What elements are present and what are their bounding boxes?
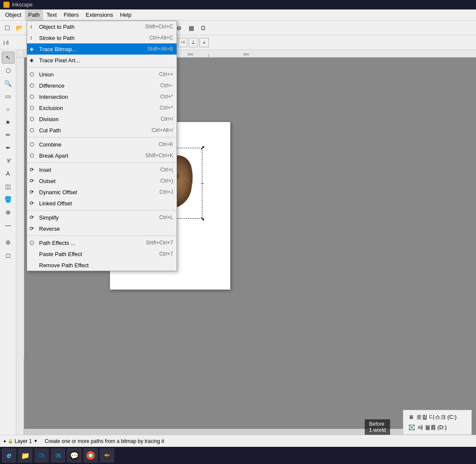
- sep-3: [27, 162, 177, 163]
- rect-tool[interactable]: ▭: [2, 90, 15, 102]
- menu-break-apart[interactable]: ⬡ Break Apart Shift+Ctrl+K: [27, 150, 177, 161]
- intersection-icon: ⬡: [30, 94, 34, 100]
- eraser-tool[interactable]: ◻: [2, 249, 15, 261]
- menu-object[interactable]: Object: [2, 9, 25, 20]
- exclusion-icon: ⬡: [30, 105, 34, 111]
- eyedropper-tool[interactable]: ⊕: [2, 206, 15, 218]
- center-btn[interactable]: +: [199, 38, 209, 47]
- menu-remove-path-effect[interactable]: Remove Path Effect: [27, 259, 177, 271]
- difference-icon: ⬡: [30, 82, 34, 89]
- sep-4: [27, 210, 177, 211]
- inkscape-icon: ✒: [102, 451, 112, 460]
- menu-path-effects[interactable]: ⬡ Path Effects ... Shift+Ctrl+7: [27, 237, 177, 248]
- union-icon: ⬡: [30, 71, 34, 77]
- menu-combine[interactable]: ⬡ Combine Ctrl+K: [27, 139, 177, 150]
- svg-rect-26: [16, 58, 24, 358]
- status-bar: ● 🔒 Layer 1 ▼ Create one or more paths f…: [0, 435, 476, 447]
- connector-tool[interactable]: —: [2, 219, 15, 231]
- menu-reverse[interactable]: ⟳ Reverse: [27, 223, 177, 234]
- align-r-btn[interactable]: ⊣: [178, 38, 187, 47]
- before-sublabel: 1 world: [369, 427, 386, 433]
- menu-extensions[interactable]: Extensions: [82, 9, 117, 20]
- menu-division[interactable]: ⬡ Division Ctrl+/: [27, 113, 177, 125]
- lock-icon: 🔒: [8, 439, 13, 443]
- circle-tool[interactable]: ○: [2, 103, 15, 115]
- break-apart-icon: ⬡: [30, 153, 34, 159]
- ruler-v-svg: [16, 58, 24, 358]
- align-b-btn[interactable]: ⊥: [189, 38, 198, 47]
- menu-stroke-to-path[interactable]: ↕ Stroke to Path Ctrl+Alt+C: [27, 32, 177, 43]
- svg-point-35: [89, 454, 92, 457]
- taskbar-edge[interactable]: e: [2, 448, 16, 463]
- menu-outset[interactable]: ⟳ Outset Ctrl+): [27, 175, 177, 186]
- menu-dynamic-offset[interactable]: ⟳ Dynamic Offset Ctrl+J: [27, 186, 177, 198]
- calligraphy-tool[interactable]: 𝒞: [2, 155, 15, 167]
- text-tool[interactable]: A: [2, 168, 15, 180]
- taskbar-store[interactable]: 🛍: [34, 448, 49, 463]
- coords-label: | /|: [3, 40, 9, 45]
- spray-tool[interactable]: ⊛: [2, 236, 15, 248]
- star-tool[interactable]: ★: [2, 116, 15, 128]
- menu-difference[interactable]: ⬡ Difference Ctrl+-: [27, 80, 177, 91]
- menu-paste-path-effect[interactable]: Paste Path Effect Ctrl+7: [27, 248, 177, 259]
- open-btn[interactable]: 📂: [14, 22, 25, 34]
- toolbox: ↖ ⬡ 🔍 ▭ ○ ★ ✏ ✒ 𝒞 A ◫ 🪣 ⊕ — ⊛ ◻: [0, 50, 16, 435]
- path-effects-icon: ⬡: [30, 240, 34, 246]
- select-tool[interactable]: ↖: [2, 52, 15, 64]
- edge-icon: e: [4, 451, 14, 460]
- taskbar-chrome[interactable]: [83, 448, 98, 463]
- menu-bar: Object Path Text Filters Extensions Help: [0, 9, 476, 21]
- new-btn[interactable]: ☐: [2, 22, 13, 34]
- gradient-tool[interactable]: ◫: [2, 180, 15, 192]
- ruler-corner: [16, 50, 24, 58]
- fill-tool[interactable]: 🪣: [2, 193, 15, 205]
- path-dropdown-menu: ↕ Object to Path Shift+Ctrl+C ↕ Stroke t…: [27, 21, 177, 271]
- zoom-tool[interactable]: 🔍: [2, 77, 15, 89]
- menu-help[interactable]: Help: [116, 9, 135, 20]
- disk-icon-1: 🖥: [409, 414, 414, 420]
- symbols-btn[interactable]: Ω: [198, 22, 209, 34]
- disk-icon-2: 💽: [409, 424, 415, 430]
- pencil-tool[interactable]: ✏: [2, 129, 15, 141]
- taskbar: e 📁 🛍 ✉ 💬 ✒: [0, 447, 476, 464]
- menu-linked-offset[interactable]: ⟳ Linked Offset: [27, 198, 177, 209]
- taskbar-mail[interactable]: ✉: [51, 448, 65, 463]
- before-after-panel: Before 1 world: [365, 419, 390, 435]
- simplify-icon: ⟳: [30, 214, 34, 220]
- swatches-btn[interactable]: ▦: [186, 22, 197, 34]
- linked-offset-icon: ⟳: [30, 200, 34, 206]
- handle-br[interactable]: ↘: [200, 217, 204, 221]
- menu-trace-pixel-art[interactable]: ◈ Trace Pixel Art...: [27, 55, 177, 66]
- menu-inset[interactable]: ⟳ Inset Ctrl+(: [27, 164, 177, 175]
- handle-mr[interactable]: →: [200, 181, 204, 186]
- mail-icon: ✉: [53, 451, 63, 460]
- trace-pixel-art-icon: ◈: [30, 57, 34, 63]
- taskbar-explorer[interactable]: 📁: [18, 448, 33, 463]
- layer-dropdown-btn[interactable]: ▼: [34, 439, 38, 443]
- layer-info: ● 🔒 Layer 1 ▼: [3, 438, 38, 444]
- taskbar-inkscape[interactable]: ✒: [100, 448, 114, 463]
- chrome-icon: [86, 451, 95, 460]
- menu-cut-path[interactable]: ⬡ Cut Path Ctrl+Alt+/: [27, 125, 177, 136]
- explorer-icon: 📁: [21, 451, 30, 460]
- layer-name: Layer 1: [15, 438, 32, 444]
- menu-exclusion[interactable]: ⬡ Exclusion Ctrl+^: [27, 102, 177, 113]
- node-tool[interactable]: ⬡: [2, 64, 15, 76]
- menu-intersection[interactable]: ⬡ Intersection Ctrl+*: [27, 91, 177, 102]
- svg-text:300: 300: [243, 52, 249, 56]
- handle-tr[interactable]: ↗: [200, 146, 204, 150]
- menu-path[interactable]: Path: [25, 9, 43, 20]
- menu-simplify[interactable]: ⟳ Simplify Ctrl+L: [27, 212, 177, 223]
- pen-tool[interactable]: ✒: [2, 142, 15, 154]
- menu-filters[interactable]: Filters: [60, 9, 82, 20]
- window-title: Inkscape: [12, 2, 33, 8]
- menu-text[interactable]: Text: [43, 9, 60, 20]
- menu-object-to-path[interactable]: ↕ Object to Path Shift+Ctrl+C: [27, 21, 177, 32]
- korean-item-1[interactable]: 🖥 로컬 디스크 (C:): [403, 412, 471, 422]
- taskbar-kakaotalk[interactable]: 💬: [67, 448, 82, 463]
- menu-trace-bitmap[interactable]: ◈ Trace Bitmap... Shift+Alt+B: [27, 43, 177, 55]
- korean-item-2[interactable]: 💽 새 볼륨 (D:): [403, 422, 471, 433]
- menu-union[interactable]: ⬡ Union Ctrl++: [27, 69, 177, 80]
- title-bar: Inkscape: [0, 0, 476, 9]
- sep-5: [27, 235, 177, 236]
